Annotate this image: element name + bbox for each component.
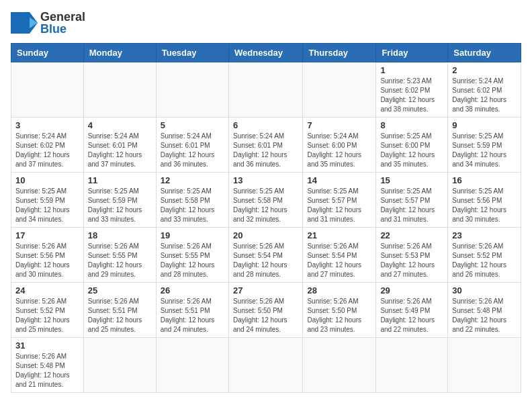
calendar-week-row: 1Sunrise: 5:23 AM Sunset: 6:02 PM Daylig… [11,62,521,118]
calendar-cell: 20Sunrise: 5:26 AM Sunset: 5:54 PM Dayli… [228,228,302,283]
calendar-cell: 4Sunrise: 5:24 AM Sunset: 6:01 PM Daylig… [83,118,156,173]
calendar-cell: 10Sunrise: 5:25 AM Sunset: 5:59 PM Dayli… [11,173,84,228]
day-number: 17 [15,230,79,240]
day-info: Sunrise: 5:24 AM Sunset: 6:00 PM Dayligh… [307,132,371,169]
day-info: Sunrise: 5:24 AM Sunset: 6:01 PM Dayligh… [88,132,152,169]
calendar-cell: 6Sunrise: 5:24 AM Sunset: 6:01 PM Daylig… [228,118,302,173]
calendar-cell: 19Sunrise: 5:26 AM Sunset: 5:55 PM Dayli… [156,228,228,283]
day-number: 8 [380,120,443,130]
weekday-header-thursday: Thursday [303,44,376,62]
calendar-cell [228,338,302,393]
day-info: Sunrise: 5:26 AM Sunset: 5:50 PM Dayligh… [307,297,371,334]
day-number: 27 [233,285,298,295]
day-info: Sunrise: 5:24 AM Sunset: 6:01 PM Dayligh… [233,132,298,169]
day-number: 30 [452,285,517,295]
day-number: 13 [233,175,298,185]
calendar-cell: 30Sunrise: 5:26 AM Sunset: 5:48 PM Dayli… [448,283,521,338]
logo: GeneralBlue [11,11,85,35]
calendar-cell: 14Sunrise: 5:25 AM Sunset: 5:57 PM Dayli… [303,173,376,228]
day-info: Sunrise: 5:25 AM Sunset: 5:58 PM Dayligh… [233,187,298,224]
day-info: Sunrise: 5:24 AM Sunset: 6:02 PM Dayligh… [452,77,517,114]
calendar-cell [303,62,376,118]
calendar-cell: 7Sunrise: 5:24 AM Sunset: 6:00 PM Daylig… [303,118,376,173]
calendar-cell: 13Sunrise: 5:25 AM Sunset: 5:58 PM Dayli… [228,173,302,228]
day-number: 22 [380,230,443,240]
day-number: 24 [15,285,79,295]
calendar-week-row: 3Sunrise: 5:24 AM Sunset: 6:02 PM Daylig… [11,118,521,173]
calendar-cell: 8Sunrise: 5:25 AM Sunset: 6:00 PM Daylig… [376,118,448,173]
day-info: Sunrise: 5:26 AM Sunset: 5:48 PM Dayligh… [15,352,79,390]
day-number: 20 [233,230,298,240]
day-number: 3 [15,120,79,130]
day-info: Sunrise: 5:26 AM Sunset: 5:56 PM Dayligh… [15,242,79,279]
day-number: 15 [380,175,443,185]
svg-rect-0 [11,12,30,34]
calendar-cell: 3Sunrise: 5:24 AM Sunset: 6:02 PM Daylig… [11,118,84,173]
day-info: Sunrise: 5:24 AM Sunset: 6:02 PM Dayligh… [15,132,79,169]
day-number: 4 [88,120,152,130]
day-info: Sunrise: 5:25 AM Sunset: 5:58 PM Dayligh… [161,187,224,224]
day-info: Sunrise: 5:26 AM Sunset: 5:51 PM Dayligh… [88,297,152,334]
weekday-header-row: SundayMondayTuesdayWednesdayThursdayFrid… [11,44,521,62]
calendar-cell [376,338,448,393]
day-number: 2 [452,65,517,75]
day-info: Sunrise: 5:26 AM Sunset: 5:53 PM Dayligh… [380,242,443,279]
day-number: 29 [380,285,443,295]
day-number: 31 [15,340,79,351]
calendar-week-row: 10Sunrise: 5:25 AM Sunset: 5:59 PM Dayli… [11,173,521,228]
day-info: Sunrise: 5:25 AM Sunset: 5:57 PM Dayligh… [380,187,443,224]
calendar-cell: 2Sunrise: 5:24 AM Sunset: 6:02 PM Daylig… [448,62,521,118]
calendar-cell: 29Sunrise: 5:26 AM Sunset: 5:49 PM Dayli… [376,283,448,338]
day-number: 5 [161,120,224,130]
day-number: 19 [161,230,224,240]
calendar-week-row: 31Sunrise: 5:26 AM Sunset: 5:48 PM Dayli… [11,338,521,393]
day-info: Sunrise: 5:26 AM Sunset: 5:48 PM Dayligh… [452,297,517,334]
day-number: 9 [452,120,517,130]
calendar-cell: 17Sunrise: 5:26 AM Sunset: 5:56 PM Dayli… [11,228,84,283]
day-info: Sunrise: 5:23 AM Sunset: 6:02 PM Dayligh… [380,77,443,114]
day-number: 6 [233,120,298,130]
calendar-cell: 11Sunrise: 5:25 AM Sunset: 5:59 PM Dayli… [83,173,156,228]
calendar-cell: 25Sunrise: 5:26 AM Sunset: 5:51 PM Dayli… [83,283,156,338]
calendar-cell: 27Sunrise: 5:26 AM Sunset: 5:50 PM Dayli… [228,283,302,338]
weekday-header-saturday: Saturday [448,44,521,62]
day-number: 16 [452,175,517,185]
day-number: 28 [307,285,371,295]
weekday-header-sunday: Sunday [11,44,84,62]
day-info: Sunrise: 5:25 AM Sunset: 5:59 PM Dayligh… [15,187,79,224]
calendar-cell: 26Sunrise: 5:26 AM Sunset: 5:51 PM Dayli… [156,283,228,338]
day-number: 10 [15,175,79,185]
calendar-cell: 12Sunrise: 5:25 AM Sunset: 5:58 PM Dayli… [156,173,228,228]
day-info: Sunrise: 5:24 AM Sunset: 6:01 PM Dayligh… [161,132,224,169]
day-info: Sunrise: 5:26 AM Sunset: 5:49 PM Dayligh… [380,297,443,334]
calendar-week-row: 17Sunrise: 5:26 AM Sunset: 5:56 PM Dayli… [11,228,521,283]
calendar-cell: 15Sunrise: 5:25 AM Sunset: 5:57 PM Dayli… [376,173,448,228]
calendar-cell [228,62,302,118]
day-info: Sunrise: 5:25 AM Sunset: 5:56 PM Dayligh… [452,187,517,224]
weekday-header-tuesday: Tuesday [156,44,228,62]
day-info: Sunrise: 5:26 AM Sunset: 5:55 PM Dayligh… [161,242,224,279]
day-number: 7 [307,120,371,130]
day-number: 14 [307,175,371,185]
calendar-cell [11,62,84,118]
calendar-cell: 24Sunrise: 5:26 AM Sunset: 5:52 PM Dayli… [11,283,84,338]
weekday-header-friday: Friday [376,44,448,62]
day-info: Sunrise: 5:25 AM Sunset: 5:59 PM Dayligh… [88,187,152,224]
day-info: Sunrise: 5:26 AM Sunset: 5:54 PM Dayligh… [307,242,371,279]
day-number: 12 [161,175,224,185]
calendar-cell: 28Sunrise: 5:26 AM Sunset: 5:50 PM Dayli… [303,283,376,338]
calendar-cell: 31Sunrise: 5:26 AM Sunset: 5:48 PM Dayli… [11,338,84,393]
calendar-cell: 21Sunrise: 5:26 AM Sunset: 5:54 PM Dayli… [303,228,376,283]
weekday-header-wednesday: Wednesday [228,44,302,62]
day-number: 11 [88,175,152,185]
calendar-cell: 23Sunrise: 5:26 AM Sunset: 5:52 PM Dayli… [448,228,521,283]
calendar-cell [83,338,156,393]
calendar-cell: 1Sunrise: 5:23 AM Sunset: 6:02 PM Daylig… [376,62,448,118]
day-info: Sunrise: 5:26 AM Sunset: 5:51 PM Dayligh… [161,297,224,334]
calendar-cell [83,62,156,118]
weekday-header-monday: Monday [83,44,156,62]
logo-svg [11,12,38,34]
day-info: Sunrise: 5:26 AM Sunset: 5:52 PM Dayligh… [452,242,517,279]
calendar-cell: 5Sunrise: 5:24 AM Sunset: 6:01 PM Daylig… [156,118,228,173]
day-info: Sunrise: 5:25 AM Sunset: 6:00 PM Dayligh… [380,132,443,169]
